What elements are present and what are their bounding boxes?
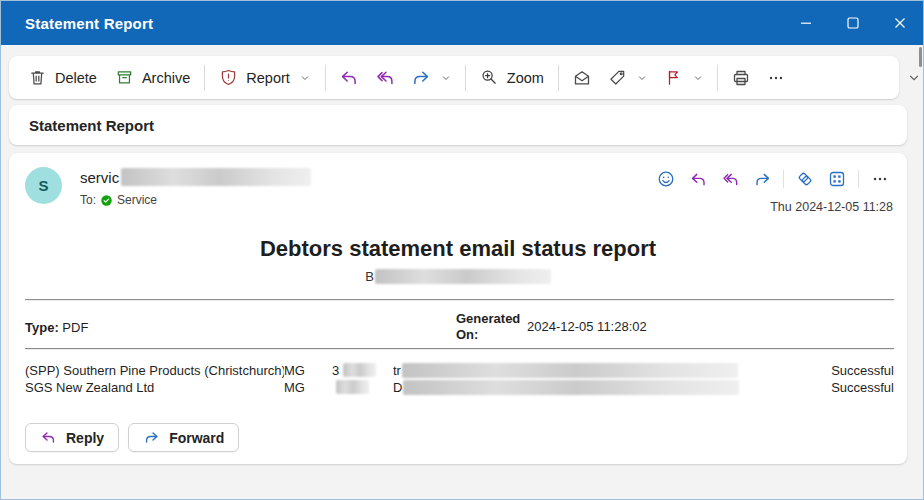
status-value: Successful bbox=[814, 380, 894, 395]
generated-label: Generated On: bbox=[456, 311, 520, 342]
report-button[interactable]: Report bbox=[210, 62, 320, 94]
categorize-dropdown-chevron-icon bbox=[636, 72, 648, 84]
message-card: S servic To: Service bbox=[9, 153, 907, 464]
reactions-button[interactable] bbox=[653, 167, 679, 191]
archive-button[interactable]: Archive bbox=[106, 62, 199, 94]
divider bbox=[25, 348, 894, 350]
more-message-options-button[interactable] bbox=[867, 167, 893, 191]
reply-all-icon bbox=[375, 68, 395, 88]
delete-label: Delete bbox=[55, 70, 97, 86]
forward-button-footer[interactable]: Forward bbox=[128, 423, 239, 452]
smiley-icon bbox=[656, 169, 676, 189]
reply-label: Reply bbox=[66, 430, 104, 446]
recipient-name[interactable]: Service bbox=[117, 193, 157, 207]
print-button[interactable] bbox=[723, 62, 759, 94]
scrollbar-thumb[interactable] bbox=[919, 47, 922, 67]
message-action-icons bbox=[653, 167, 893, 191]
type-field: Type: PDF bbox=[25, 320, 88, 335]
report-dropdown-chevron-icon bbox=[299, 72, 311, 84]
forward-button-toolbar[interactable] bbox=[403, 62, 460, 94]
table-row: (SPP) Southern Pine Products (Christchur… bbox=[25, 362, 894, 378]
forward-label: Forward bbox=[169, 430, 224, 446]
loop-component-button[interactable] bbox=[792, 167, 818, 191]
mail-read-icon bbox=[572, 68, 592, 88]
tag-icon bbox=[608, 68, 627, 87]
toolbar-separator bbox=[717, 65, 718, 91]
loop-icon bbox=[795, 169, 815, 189]
email-cell: D bbox=[393, 380, 814, 395]
sender-name[interactable]: servic bbox=[80, 168, 311, 186]
reply-button-header[interactable] bbox=[685, 167, 711, 191]
report-label: Report bbox=[246, 70, 290, 86]
generated-value: 2024-12-05 11:28:02 bbox=[527, 319, 647, 334]
sender-block: servic To: Service bbox=[80, 167, 311, 214]
chevron-down-icon bbox=[907, 71, 921, 85]
sender-avatar[interactable]: S bbox=[25, 167, 62, 204]
generated-field: Generated On: 2024-12-05 11:28:02 bbox=[456, 311, 647, 342]
delete-icon bbox=[28, 68, 47, 87]
titlebar: Statement Report bbox=[1, 1, 923, 45]
reference-redacted bbox=[343, 363, 376, 377]
email-cell: tr bbox=[393, 363, 814, 378]
maximize-button[interactable] bbox=[829, 1, 876, 45]
categorize-button[interactable] bbox=[600, 62, 656, 94]
received-datetime: Thu 2024-12-05 11:28 bbox=[653, 200, 893, 214]
ellipsis-icon bbox=[767, 69, 785, 87]
to-label: To: bbox=[80, 193, 96, 207]
action-separator bbox=[783, 170, 784, 188]
flag-button[interactable] bbox=[656, 62, 712, 94]
customer-name: SGS New Zealand Ltd bbox=[25, 380, 284, 395]
reference-redacted bbox=[336, 380, 369, 394]
zoom-label: Zoom bbox=[507, 70, 544, 86]
customer-code: MG bbox=[284, 363, 324, 378]
customer-code: MG bbox=[284, 380, 324, 395]
report-meta-row: Type: PDF Generated On: 2024-12-05 11:28… bbox=[25, 311, 894, 345]
email-redacted bbox=[403, 380, 739, 395]
toolbar-separator bbox=[558, 65, 559, 91]
forward-button-header[interactable] bbox=[749, 167, 775, 191]
archive-icon bbox=[115, 68, 134, 87]
reply-all-button-header[interactable] bbox=[717, 167, 743, 191]
table-row: SGS New Zealand Ltd MG D Successful bbox=[25, 379, 894, 395]
subject-title: Statement Report bbox=[29, 117, 154, 134]
report-subheading: B bbox=[9, 269, 907, 284]
apps-button[interactable] bbox=[824, 167, 850, 191]
reply-icon bbox=[40, 429, 57, 446]
report-heading: Debtors statement email status report bbox=[9, 236, 907, 262]
reference-prefix: 3 bbox=[332, 363, 339, 378]
status-value: Successful bbox=[814, 363, 894, 378]
minimize-button[interactable] bbox=[782, 1, 829, 45]
reply-all-button-toolbar[interactable] bbox=[367, 62, 403, 94]
email-redacted bbox=[402, 363, 738, 378]
type-label: Type: bbox=[25, 320, 59, 335]
minimize-icon bbox=[798, 15, 814, 31]
sender-name-redacted bbox=[121, 168, 311, 186]
reply-button-footer[interactable]: Reply bbox=[25, 423, 119, 452]
flag-icon bbox=[664, 68, 683, 87]
more-toolbar-options-button[interactable] bbox=[759, 62, 793, 94]
toolbar-overflow-button[interactable] bbox=[905, 71, 923, 85]
toolbar: Delete Archive Report bbox=[9, 56, 923, 99]
reply-all-icon bbox=[721, 170, 740, 189]
message-actions: Thu 2024-12-05 11:28 bbox=[653, 167, 893, 214]
recipient-line: To: Service bbox=[80, 193, 311, 207]
verified-check-icon bbox=[100, 194, 113, 207]
delete-button[interactable]: Delete bbox=[19, 62, 106, 94]
reply-button-toolbar[interactable] bbox=[331, 62, 367, 94]
mark-read-button[interactable] bbox=[564, 62, 600, 94]
maximize-icon bbox=[845, 15, 861, 31]
reference-cell: 3 bbox=[324, 363, 393, 378]
zoom-icon bbox=[480, 68, 499, 87]
zoom-button[interactable]: Zoom bbox=[471, 62, 553, 94]
reply-icon bbox=[339, 68, 359, 88]
customer-name: (SPP) Southern Pine Products (Christchur… bbox=[25, 363, 284, 378]
close-button[interactable] bbox=[876, 1, 923, 45]
close-icon bbox=[892, 15, 908, 31]
forward-icon bbox=[411, 68, 431, 88]
email-prefix: tr bbox=[393, 363, 401, 378]
divider bbox=[25, 299, 894, 301]
toolbar-separator bbox=[204, 65, 205, 91]
toolbar-separator bbox=[325, 65, 326, 91]
email-prefix: D bbox=[393, 380, 402, 395]
reference-cell bbox=[324, 380, 393, 394]
